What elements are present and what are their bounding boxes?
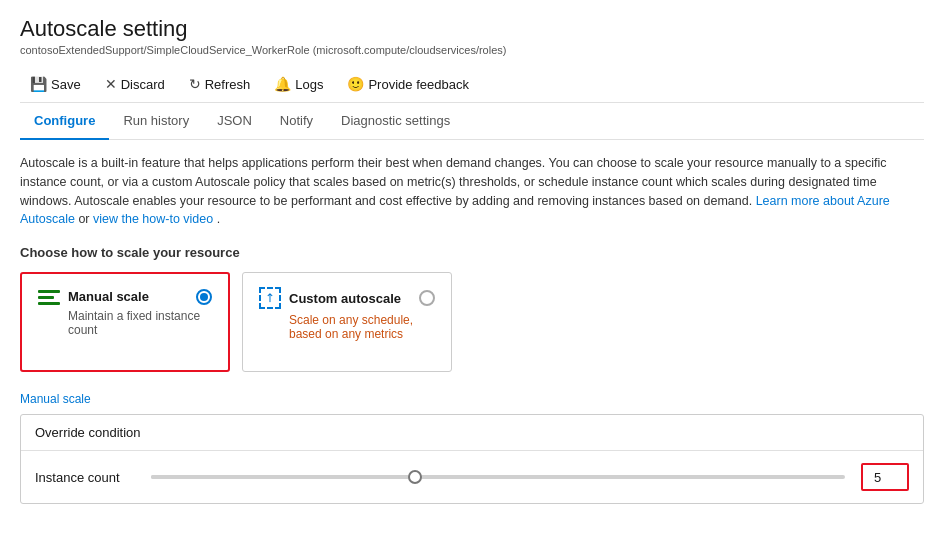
how-to-video-link[interactable]: view the how-to video: [93, 212, 213, 226]
slider-fill: [151, 475, 415, 479]
tab-run-history[interactable]: Run history: [109, 103, 203, 140]
toolbar: 💾 Save ✕ Discard ↻ Refresh 🔔 Logs 🙂 Prov…: [20, 66, 924, 103]
tab-bar: Configure Run history JSON Notify Diagno…: [20, 103, 924, 140]
page-title: Autoscale setting: [20, 16, 924, 42]
instance-count-slider-container: [151, 475, 845, 479]
refresh-button[interactable]: ↻ Refresh: [179, 72, 261, 96]
manual-scale-description: Maintain a fixed instance count: [68, 309, 212, 337]
discard-button[interactable]: ✕ Discard: [95, 72, 175, 96]
custom-scale-radio[interactable]: [419, 290, 435, 306]
discard-icon: ✕: [105, 76, 117, 92]
custom-scale-title: Custom autoscale: [289, 291, 401, 306]
logs-button[interactable]: 🔔 Logs: [264, 72, 333, 96]
tab-json[interactable]: JSON: [203, 103, 266, 140]
custom-scale-icon: ↗: [259, 287, 281, 309]
slider-thumb[interactable]: [408, 470, 422, 484]
manual-scale-radio[interactable]: [196, 289, 212, 305]
tab-diagnostic[interactable]: Diagnostic settings: [327, 103, 464, 140]
slider-track: [151, 475, 845, 479]
manual-scale-title: Manual scale: [68, 289, 149, 304]
condition-header: Override condition: [21, 415, 923, 451]
instance-count-label: Instance count: [35, 470, 135, 485]
refresh-icon: ↻: [189, 76, 201, 92]
description-text: Autoscale is a built-in feature that hel…: [20, 154, 920, 229]
custom-scale-header: ↗ Custom autoscale: [259, 287, 435, 309]
feedback-icon: 🙂: [347, 76, 364, 92]
choose-section-title: Choose how to scale your resource: [20, 245, 924, 260]
custom-autoscale-card[interactable]: ↗ Custom autoscale Scale on any schedule…: [242, 272, 452, 372]
save-button[interactable]: 💾 Save: [20, 72, 91, 96]
manual-scale-label: Manual scale: [20, 392, 924, 406]
tab-configure[interactable]: Configure: [20, 103, 109, 140]
manual-scale-card[interactable]: Manual scale Maintain a fixed instance c…: [20, 272, 230, 372]
breadcrumb: contosoExtendedSupport/SimpleCloudServic…: [20, 44, 924, 56]
manual-scale-icon: [38, 290, 60, 305]
scale-options: Manual scale Maintain a fixed instance c…: [20, 272, 924, 372]
custom-scale-description: Scale on any schedule, based on any metr…: [289, 313, 435, 341]
manual-scale-header: Manual scale: [38, 288, 212, 305]
tab-notify[interactable]: Notify: [266, 103, 327, 140]
save-icon: 💾: [30, 76, 47, 92]
feedback-button[interactable]: 🙂 Provide feedback: [337, 72, 478, 96]
logs-icon: 🔔: [274, 76, 291, 92]
instance-count-input[interactable]: [861, 463, 909, 491]
condition-row: Instance count: [21, 451, 923, 503]
condition-box: Override condition Instance count: [20, 414, 924, 504]
